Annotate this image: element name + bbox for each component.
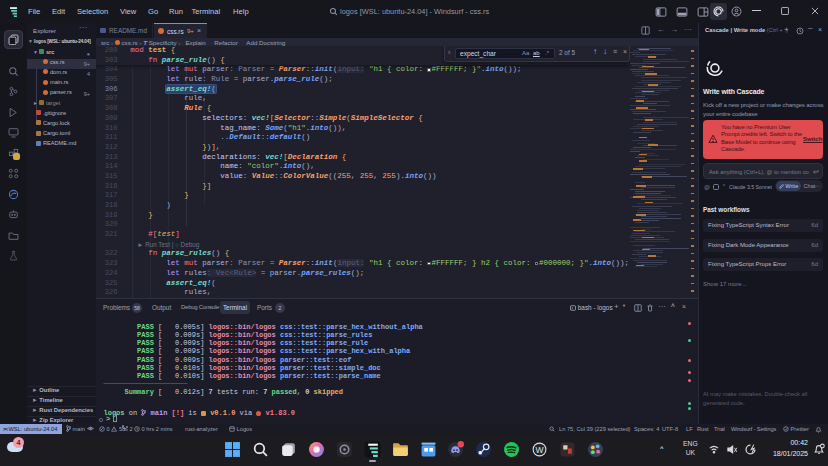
svg-text:W: W [535, 445, 543, 455]
